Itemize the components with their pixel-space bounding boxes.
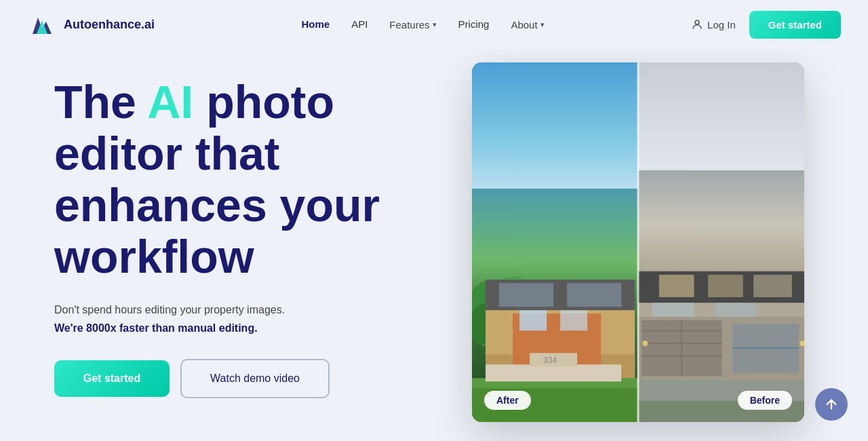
svg-text:334: 334 [543, 356, 557, 365]
before-sky [638, 62, 804, 170]
svg-rect-22 [708, 275, 743, 297]
chevron-down-icon-about: ▾ [540, 20, 545, 29]
nav-item-api[interactable]: API [351, 18, 368, 31]
nav-item-pricing[interactable]: Pricing [458, 18, 490, 31]
after-image-side: 334 [472, 62, 638, 422]
logo-link[interactable]: Autoenhance.ai [27, 9, 155, 39]
arrow-up-icon [824, 397, 839, 412]
before-house-svg [638, 163, 804, 422]
nav-item-about[interactable]: About ▾ [511, 19, 544, 31]
get-started-button[interactable]: Get started [54, 360, 170, 397]
label-after: After [484, 391, 531, 410]
svg-rect-12 [567, 283, 621, 307]
chevron-down-icon: ▾ [433, 20, 437, 29]
svg-point-1 [695, 20, 699, 24]
logo-icon [27, 9, 57, 39]
nav-link-api[interactable]: API [351, 18, 368, 30]
nav-links: Home API Features ▾ Pricing About ▾ [301, 18, 544, 31]
svg-rect-9 [560, 310, 587, 330]
scroll-to-top-button[interactable] [815, 388, 848, 421]
hero-content: The AI photoeditor thatenhances yourwork… [54, 69, 472, 398]
svg-rect-11 [499, 283, 553, 307]
hero-subtitle: Don't spend hours editing your property … [54, 302, 472, 318]
label-before: Before [738, 391, 792, 410]
hero-subtitle-bold: We're 8000x faster than manual editing. [54, 322, 472, 334]
svg-point-36 [642, 341, 648, 346]
watch-demo-button[interactable]: Watch demo video [180, 359, 330, 398]
hero-image-area: 334 [472, 69, 814, 441]
nav-item-home[interactable]: Home [301, 18, 330, 31]
logo-text: Autoenhance.ai [64, 18, 155, 32]
before-after-divider [637, 62, 639, 422]
hero-section: The AI photoeditor thatenhances yourwork… [0, 49, 868, 441]
hero-title-the: The [54, 76, 147, 128]
hero-title: The AI photoeditor thatenhances yourwork… [54, 76, 472, 283]
svg-rect-8 [519, 310, 547, 330]
nav-link-features: Features [389, 19, 429, 31]
after-sky [472, 62, 638, 189]
nav-link-pricing[interactable]: Pricing [458, 18, 490, 30]
login-label: Log In [707, 19, 736, 31]
hero-buttons: Get started Watch demo video [54, 359, 472, 398]
nav-link-about: About [511, 19, 537, 31]
nav-link-home[interactable]: Home [301, 18, 330, 30]
nav-item-features[interactable]: Features ▾ [389, 19, 436, 31]
svg-rect-23 [753, 275, 792, 297]
navbar: Autoenhance.ai Home API Features ▾ Prici… [0, 0, 868, 49]
svg-rect-15 [486, 364, 621, 381]
login-link[interactable]: Log In [691, 18, 736, 31]
hero-title-ai: AI [147, 76, 193, 128]
nav-right: Log In Get started [691, 11, 841, 39]
get-started-nav-button[interactable]: Get started [749, 11, 841, 39]
user-icon [691, 18, 703, 31]
before-after-image: 334 [472, 62, 804, 422]
svg-rect-21 [659, 275, 694, 297]
before-image-side [638, 62, 804, 422]
after-house-svg: 334 [472, 178, 638, 422]
